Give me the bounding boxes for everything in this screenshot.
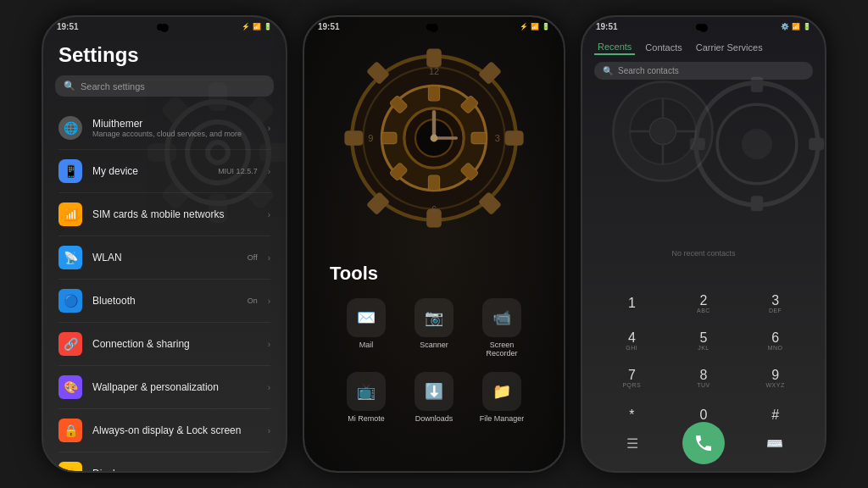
key-4-letters: GHI [626, 345, 637, 351]
key-8[interactable]: 8 TUV [682, 363, 725, 393]
key-2-num: 2 [700, 294, 708, 308]
settings-screen: 19:51 ⚡ 📶 🔋 Settings 🔍 Search settings 🌐… [43, 17, 286, 471]
miuithemer-title: Miuithemer [92, 118, 258, 130]
key-9-letters: WXYZ [766, 382, 785, 388]
signal-icon: 📶 [531, 23, 539, 30]
key-3[interactable]: 3 DEF [754, 288, 797, 319]
call-icon [693, 433, 714, 453]
search-icon: 🔍 [603, 66, 613, 75]
sim-icon: 📶 [58, 202, 82, 226]
key-8-num: 8 [700, 369, 708, 382]
status-icons: ⚡ 📶 🔋 [242, 23, 272, 30]
svg-text:3: 3 [495, 133, 500, 143]
status-time: 19:51 [57, 22, 79, 31]
mi-remote-icon: 📺 [347, 372, 386, 411]
key-5-letters: JKL [698, 345, 709, 351]
settings-item-miuithemer[interactable]: 🌐 Miuithemer Manage accounts, cloud serv… [43, 108, 286, 147]
key-4[interactable]: 4 GHI [610, 325, 653, 356]
tab-contacts[interactable]: Contacts [642, 41, 685, 54]
settings-item-mydevice[interactable]: 📱 My device MIUI 12.5.7 › [43, 152, 286, 191]
menu-button[interactable]: ☰ [615, 426, 649, 460]
app-item-mail[interactable]: ✉️ Mail [341, 298, 392, 359]
settings-item-lockscreen[interactable]: 🔒 Always-on display & Lock screen › [43, 411, 286, 450]
tools-gear-container: 12 3 6 9 [304, 45, 564, 231]
key-7[interactable]: 7 PQRS [610, 363, 653, 393]
mi-remote-label: Mi Remote [348, 414, 385, 424]
key-6[interactable]: 6 MNO [754, 325, 797, 356]
status-time: 19:51 [596, 22, 618, 31]
dialer-bottom-bar: ☰ ⌨️ [582, 422, 825, 464]
app-item-file-manager[interactable]: 📁 File Manager [476, 372, 527, 424]
gear-icon[interactable]: ⚙️ [781, 23, 789, 30]
status-icons: ⚙️ 📶 🔋 [781, 23, 811, 30]
bluetooth-icon: 🔵 [58, 289, 82, 313]
bluetooth-status: On [248, 297, 258, 305]
svg-rect-22 [428, 86, 439, 101]
dialer-screen: 19:51 ⚙️ 📶 🔋 Recents Contacts Carrier Se… [582, 17, 825, 471]
divider [58, 322, 270, 323]
svg-point-41 [742, 129, 772, 159]
mydevice-icon: 📱 [58, 159, 82, 183]
svg-rect-3 [211, 85, 225, 108]
divider [58, 365, 270, 366]
app-item-screen-recorder[interactable]: 📹 Screen Recorder [476, 298, 527, 359]
battery-icon: 🔋 [264, 23, 272, 30]
key-2[interactable]: 2 ABC [682, 288, 725, 319]
search-icon: 🔍 [64, 80, 75, 92]
mydevice-title: My device [92, 165, 208, 177]
chevron-icon: › [268, 340, 270, 349]
key-5-num: 5 [700, 331, 708, 345]
svg-rect-25 [471, 132, 487, 143]
numpad-row-1: 1 2 ABC 3 DEF [596, 288, 811, 319]
key-5[interactable]: 5 JKL [682, 325, 725, 356]
file-manager-label: File Manager [480, 414, 525, 424]
bluetooth-icon: ⚡ [520, 23, 528, 30]
settings-item-connection[interactable]: 🔗 Connection & sharing › [43, 324, 286, 363]
chevron-icon: › [268, 297, 270, 306]
wallpaper-icon: 🎨 [58, 375, 82, 399]
mydevice-version: MIUI 12.5.7 [218, 167, 258, 175]
dialer-tabs: Recents Contacts Carrier Services [582, 36, 825, 58]
lockscreen-title: Always-on display & Lock screen [92, 424, 258, 436]
settings-item-display[interactable]: ☀️ Display › [43, 454, 286, 471]
mydevice-text: My device [92, 165, 208, 177]
status-icons: ⚡ 📶 🔋 [520, 23, 550, 30]
call-button[interactable] [682, 422, 725, 464]
key-1[interactable]: 1 [610, 288, 653, 319]
key-9[interactable]: 9 WXYZ [754, 363, 797, 393]
dialpad-button[interactable]: ⌨️ [758, 426, 792, 460]
key-8-letters: TUV [697, 382, 710, 388]
settings-item-wlan[interactable]: 📡 WLAN Off › [43, 238, 286, 277]
app-item-scanner[interactable]: 📷 Scanner [409, 298, 459, 359]
app-item-mi-remote[interactable]: 📺 Mi Remote [341, 372, 392, 424]
chevron-icon: › [268, 124, 270, 133]
app-item-downloads[interactable]: ⬇️ Downloads [409, 372, 459, 424]
front-camera [430, 24, 438, 32]
app-grid: ✉️ Mail 📷 Scanner 📹 Screen Recorder 📺 Mi… [304, 298, 564, 437]
divider [58, 279, 270, 280]
numpad-row-2: 4 GHI 5 JKL 6 MNO [596, 325, 811, 356]
svg-rect-45 [809, 138, 824, 150]
key-3-letters: DEF [769, 308, 782, 313]
tab-recents[interactable]: Recents [594, 40, 635, 55]
connection-text: Connection & sharing [92, 338, 258, 350]
key-6-num: 6 [771, 331, 779, 345]
sim-title: SIM cards & mobile networks [92, 208, 258, 220]
bluetooth-text: Bluetooth [92, 295, 237, 307]
settings-item-sim[interactable]: 📶 SIM cards & mobile networks › [43, 195, 286, 234]
chevron-icon: › [268, 210, 270, 219]
settings-item-wallpaper[interactable]: 🎨 Wallpaper & personalization › [43, 368, 286, 407]
signal-icon: 📶 [253, 23, 261, 30]
divider [58, 452, 270, 452]
svg-point-48 [649, 118, 676, 144]
tab-carrier-services[interactable]: Carrier Services [693, 41, 766, 54]
phone-dialer: 19:51 ⚙️ 📶 🔋 Recents Contacts Carrier Se… [581, 15, 826, 473]
key-7-letters: PQRS [622, 382, 641, 388]
divider [58, 408, 270, 409]
phone-tools: 19:51 ⚡ 📶 🔋 [303, 15, 565, 473]
display-title: Display [92, 468, 258, 471]
miuithemer-sub: Manage accounts, cloud services, and mor… [92, 130, 258, 138]
key-4-num: 4 [628, 331, 636, 345]
battery-icon: 🔋 [803, 23, 811, 30]
settings-item-bluetooth[interactable]: 🔵 Bluetooth On › [43, 281, 286, 320]
